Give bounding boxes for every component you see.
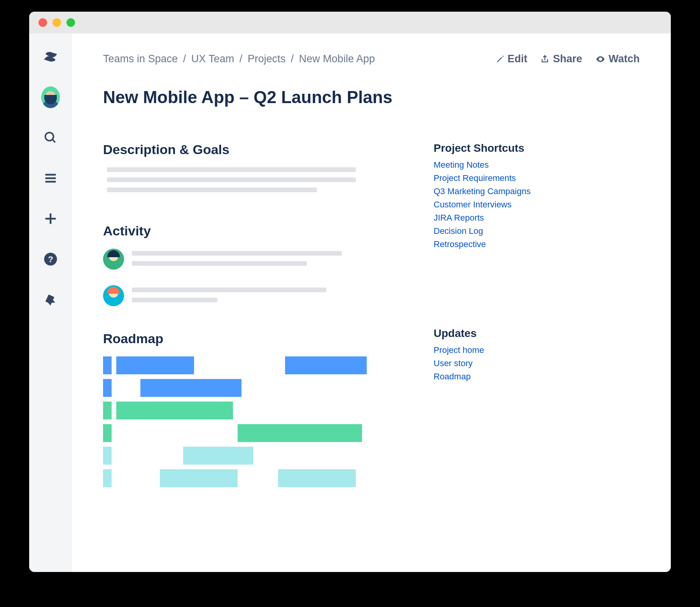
right-column: Project Shortcuts Meeting Notes Project …: [434, 142, 550, 492]
page-topbar: Teams in Space / UX Team / Projects / Ne…: [103, 53, 640, 65]
description-heading: Description & Goals: [103, 142, 399, 157]
gantt-bar[interactable]: [103, 469, 112, 487]
edit-button[interactable]: Edit: [496, 53, 527, 65]
activity-heading: Activity: [103, 223, 399, 239]
gantt-bar[interactable]: [116, 402, 233, 419]
text-placeholder: [132, 261, 307, 266]
shortcut-link[interactable]: JIRA Reports: [434, 213, 550, 223]
update-link[interactable]: User story: [434, 358, 550, 368]
text-placeholder: [107, 177, 356, 182]
gantt-bar[interactable]: [278, 469, 356, 487]
help-icon[interactable]: ?: [41, 250, 60, 268]
update-link[interactable]: Roadmap: [434, 372, 550, 382]
activity-item[interactable]: [103, 285, 399, 308]
window-maximize-button[interactable]: [66, 18, 75, 27]
notification-icon[interactable]: [41, 290, 60, 309]
shortcut-link[interactable]: Meeting Notes: [434, 160, 550, 170]
left-column: Description & Goals Activity: [103, 142, 399, 492]
shortcuts-list: Meeting Notes Project Requirements Q3 Ma…: [434, 160, 550, 249]
gantt-chart: [103, 356, 399, 487]
text-placeholder: [132, 298, 217, 302]
roadmap-heading: Roadmap: [103, 331, 399, 346]
gantt-bar[interactable]: [103, 447, 112, 465]
app-window: ? Teams in Space / UX Team / Projects / …: [29, 12, 671, 572]
watch-button[interactable]: Watch: [595, 53, 640, 65]
gantt-bar[interactable]: [116, 356, 194, 374]
content-columns: Description & Goals Activity: [103, 142, 640, 492]
updates-section: Updates Project home User story Roadmap: [434, 327, 550, 382]
edit-label: Edit: [508, 53, 527, 65]
pencil-icon: [496, 55, 504, 63]
text-placeholder: [107, 167, 356, 172]
svg-point-0: [46, 133, 54, 141]
eye-icon: [595, 54, 606, 64]
watch-label: Watch: [609, 53, 640, 65]
breadcrumb-item[interactable]: UX Team: [191, 53, 234, 65]
gantt-bar[interactable]: [103, 379, 112, 397]
shortcut-link[interactable]: Customer Interviews: [434, 200, 550, 210]
gantt-bar[interactable]: [183, 447, 253, 465]
gantt-bar[interactable]: [103, 402, 112, 419]
gantt-bar[interactable]: [160, 469, 238, 487]
roadmap-section: Roadmap: [103, 331, 399, 487]
search-icon[interactable]: [41, 128, 60, 147]
user-avatar-icon: [103, 249, 124, 270]
breadcrumb: Teams in Space / UX Team / Projects / Ne…: [103, 53, 375, 65]
text-placeholder: [132, 251, 342, 256]
window-close-button[interactable]: [38, 18, 47, 27]
page-title: New Mobile App – Q2 Launch Plans: [103, 88, 640, 107]
share-button[interactable]: Share: [541, 53, 582, 65]
svg-line-1: [52, 140, 56, 143]
text-placeholder: [107, 188, 317, 192]
svg-text:?: ?: [48, 254, 53, 264]
shortcut-link[interactable]: Q3 Marketing Campaigns: [434, 186, 550, 196]
activity-item[interactable]: [103, 249, 399, 271]
gantt-bar[interactable]: [285, 356, 367, 374]
create-icon[interactable]: [41, 209, 60, 228]
breadcrumb-item[interactable]: Teams in Space: [103, 53, 178, 65]
shortcut-link[interactable]: Retrospective: [434, 239, 550, 249]
left-sidebar: ?: [29, 33, 72, 572]
window-titlebar: [29, 12, 671, 33]
gantt-bar[interactable]: [103, 424, 112, 442]
updates-list: Project home User story Roadmap: [434, 345, 550, 382]
main-content: Teams in Space / UX Team / Projects / Ne…: [72, 33, 671, 572]
page-actions: Edit Share Watch: [496, 53, 640, 65]
confluence-logo-icon[interactable]: [41, 47, 60, 66]
window-minimize-button[interactable]: [52, 18, 61, 27]
menu-icon[interactable]: [41, 169, 60, 188]
shortcut-link[interactable]: Project Requirements: [434, 173, 550, 183]
text-placeholder: [132, 288, 326, 292]
app-body: ? Teams in Space / UX Team / Projects / …: [29, 33, 671, 572]
breadcrumb-item[interactable]: Projects: [248, 53, 286, 65]
updates-heading: Updates: [434, 327, 550, 340]
gantt-bar[interactable]: [103, 356, 112, 374]
shortcuts-heading: Project Shortcuts: [434, 142, 550, 154]
user-avatar[interactable]: [41, 88, 60, 107]
user-avatar-icon: [103, 285, 124, 306]
gantt-bar[interactable]: [140, 379, 242, 397]
shortcut-link[interactable]: Decision Log: [434, 226, 550, 236]
gantt-bar[interactable]: [238, 424, 362, 442]
breadcrumb-item[interactable]: New Mobile App: [299, 53, 375, 65]
share-icon: [541, 54, 550, 64]
share-label: Share: [553, 53, 582, 65]
update-link[interactable]: Project home: [434, 345, 550, 355]
